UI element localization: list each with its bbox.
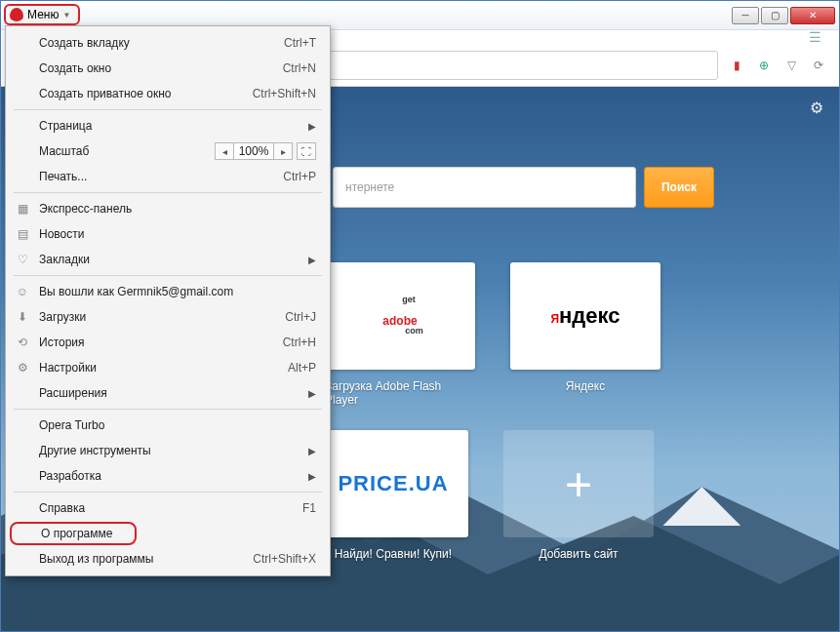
browser-window: ─ ▢ ✕ ☰ или веб-адрес ▮ ⊕ ▽ ⟳ ⚙ нтернете [0, 0, 840, 632]
settings-gear-icon[interactable]: ⚙ [810, 99, 823, 117]
zoom-out-button[interactable]: ◂ [215, 142, 234, 160]
search-input[interactable]: нтернете [333, 167, 636, 208]
adobe-logo: get adobe com [382, 300, 417, 332]
tile-label: Яндекс [566, 379, 605, 393]
bookmark-icon[interactable]: ▮ [728, 57, 745, 74]
tile-label: Загрузка Adobe Flash Player [325, 379, 475, 407]
menu-new-window[interactable]: Создать окноCtrl+N [6, 56, 330, 81]
tile-yandex[interactable]: Яндекс Яндекс [510, 262, 660, 407]
grid-icon: ▦ [16, 202, 29, 216]
opera-menu-button[interactable]: Меню ▼ [4, 4, 80, 25]
menu-developer[interactable]: Разработка▶ [6, 463, 330, 489]
menu-turbo[interactable]: Opera Turbo [6, 413, 330, 438]
menu-help[interactable]: СправкаF1 [6, 495, 330, 521]
menu-separator [14, 275, 322, 276]
refresh-icon[interactable]: ⟳ [810, 57, 827, 74]
opera-logo-icon [10, 8, 23, 21]
menu-separator [14, 192, 322, 193]
user-icon: ☺ [16, 285, 29, 298]
search-bar: нтернете Поиск [333, 167, 714, 208]
menu-page[interactable]: Страница▶ [6, 113, 330, 138]
menu-downloads[interactable]: ⬇ЗагрузкиCtrl+J [6, 304, 330, 330]
menu-history[interactable]: ⟲ИсторияCtrl+H [6, 330, 330, 355]
adblock-icon[interactable]: ⊕ [755, 57, 773, 74]
menu-news[interactable]: ▤Новости [6, 221, 330, 247]
tile-add-site[interactable]: + Добавить сайт [503, 430, 654, 561]
shield-icon[interactable]: ▽ [782, 57, 800, 74]
menu-new-private[interactable]: Создать приватное окноCtrl+Shift+N [6, 81, 330, 106]
main-menu-dropdown: Создать вкладкуCtrl+T Создать окноCtrl+N… [5, 25, 331, 576]
menu-bookmarks[interactable]: ♡Закладки▶ [6, 247, 330, 272]
chevron-right-icon: ▶ [308, 388, 316, 399]
minimize-button[interactable]: ─ [732, 7, 759, 24]
highlight-about: О программе [10, 522, 137, 545]
zoom-in-button[interactable]: ▸ [273, 142, 293, 160]
zoom-controls: ◂ 100% ▸ ⛶ [215, 142, 316, 160]
fullscreen-button[interactable]: ⛶ [297, 142, 316, 160]
chevron-right-icon: ▶ [308, 255, 316, 265]
history-icon: ⟲ [16, 336, 29, 349]
chevron-right-icon: ▶ [308, 121, 316, 132]
search-placeholder: нтернете [345, 180, 394, 194]
heart-icon: ♡ [16, 253, 29, 266]
chevron-right-icon: ▶ [308, 446, 316, 456]
menu-extensions[interactable]: Расширения▶ [6, 380, 330, 406]
menu-settings[interactable]: ⚙НастройкиAlt+P [6, 355, 330, 380]
menu-speeddial[interactable]: ▦Экспресс-панель [6, 196, 330, 221]
tile-adobe[interactable]: get adobe com Загрузка Adobe Flash Playe… [325, 262, 475, 407]
tile-thumb: PRICE.UA [318, 430, 468, 537]
chevron-down-icon: ▼ [62, 11, 70, 20]
zoom-value: 100% [234, 142, 273, 160]
menu-label: Меню [27, 8, 59, 21]
tile-label: Добавить сайт [539, 547, 618, 561]
download-icon: ⬇ [16, 310, 29, 324]
menu-separator [14, 109, 322, 110]
yandex-logo: Яндекс [550, 303, 620, 329]
chevron-right-icon: ▶ [308, 471, 316, 482]
plus-icon: + [565, 457, 592, 511]
menu-separator [14, 492, 322, 493]
tile-thumb: get adobe com [325, 262, 475, 370]
search-button[interactable]: Поиск [644, 167, 714, 208]
news-icon: ▤ [16, 227, 29, 241]
priceua-logo: PRICE.UA [338, 471, 448, 496]
gear-icon: ⚙ [16, 361, 29, 375]
maximize-button[interactable]: ▢ [761, 7, 788, 24]
tile-priceua[interactable]: PRICE.UA Найди! Сравни! Купи! [318, 430, 468, 561]
menu-zoom[interactable]: Масштаб ◂ 100% ▸ ⛶ [6, 138, 330, 164]
tile-label: Найди! Сравни! Купи! [335, 547, 452, 561]
menu-about[interactable]: О программе [6, 521, 330, 546]
menu-separator [14, 409, 322, 410]
menu-new-tab[interactable]: Создать вкладкуCtrl+T [6, 30, 330, 56]
menu-other-tools[interactable]: Другие инструменты▶ [6, 438, 330, 463]
tile-thumb: Яндекс [510, 262, 660, 370]
panel-toggle-icon[interactable]: ☰ [809, 29, 821, 45]
window-controls: ─ ▢ ✕ [732, 7, 839, 24]
tile-thumb: + [503, 430, 654, 537]
close-button[interactable]: ✕ [790, 7, 835, 24]
menu-exit[interactable]: Выход из программыCtrl+Shift+X [6, 546, 330, 572]
menu-print[interactable]: Печать...Ctrl+P [6, 164, 330, 189]
menu-account[interactable]: ☺Вы вошли как Germnik5@gmail.com [6, 279, 330, 304]
